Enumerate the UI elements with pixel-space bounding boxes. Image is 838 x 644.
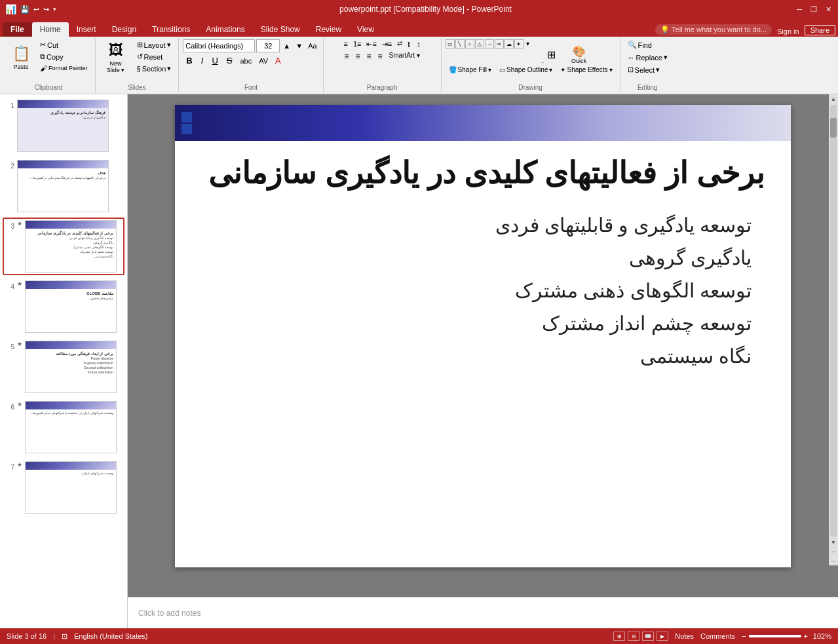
notes-placeholder[interactable]: Click to add notes xyxy=(138,609,200,618)
section-button[interactable]: §Section ▾ xyxy=(134,63,175,74)
slide-canvas[interactable]: برخی از فعالیتهای کلیدی در یادگیری سازما… xyxy=(175,105,791,567)
paste-button[interactable]: 📋 Paste xyxy=(7,39,35,76)
bold-button[interactable]: B xyxy=(183,54,195,67)
tab-design[interactable]: Design xyxy=(104,22,144,37)
select-button[interactable]: ⊡Select ▾ xyxy=(624,64,664,75)
bullet-list-button[interactable]: ≡ xyxy=(341,39,349,49)
restore-button[interactable]: ❐ xyxy=(809,5,818,14)
text-direction-button[interactable]: ⇌ xyxy=(395,39,404,49)
tab-animations[interactable]: Animations xyxy=(198,22,252,37)
decrease-indent-button[interactable]: ⇤≡ xyxy=(364,39,378,49)
notes-btn[interactable]: Notes xyxy=(675,632,694,640)
tab-file[interactable]: File xyxy=(3,22,32,37)
font-size-down[interactable]: ▼ xyxy=(294,41,305,50)
scroll-thumb[interactable] xyxy=(830,118,837,138)
tab-review[interactable]: Review xyxy=(308,22,349,37)
shape-6[interactable]: ⇒ xyxy=(495,39,504,48)
shape-fill-button[interactable]: 🪣Shape Fill ▾ xyxy=(446,65,495,75)
shape-effects-button[interactable]: ✦Shape Effects ▾ xyxy=(557,65,615,75)
shapes-more[interactable]: ▾ xyxy=(524,39,531,63)
quick-access-save[interactable]: 💾 xyxy=(20,5,29,14)
scroll-up-arrow[interactable]: ▲ xyxy=(829,94,838,104)
zoom-level[interactable]: 102% xyxy=(810,632,831,640)
share-button[interactable]: Share xyxy=(805,25,835,35)
zoom-in-button[interactable]: + xyxy=(804,632,808,640)
shape-2[interactable]: ╲ xyxy=(455,39,465,48)
slide-thumb-7[interactable]: 7 ★ وضعیت شرکتهای ایران... xyxy=(3,459,124,516)
shape-8[interactable]: ✦ xyxy=(514,39,524,48)
shape-5[interactable]: → xyxy=(485,39,494,48)
signin-button[interactable]: Sign in xyxy=(777,28,799,35)
reading-view-button[interactable]: 📖 xyxy=(642,632,654,641)
shape-outline-button[interactable]: ▭Shape Outline ▾ xyxy=(496,65,556,75)
layout-button[interactable]: ⊞Layout ▾ xyxy=(134,39,175,50)
smartart-button[interactable]: SmartArt ▾ xyxy=(387,51,423,62)
bullet-2[interactable]: یادگیری گروهی xyxy=(214,244,752,272)
slide-thumb-3[interactable]: 3 ★ برخی از فعالیتهای کلیدی در یادگیری س… xyxy=(3,218,124,275)
font-color-button[interactable]: A xyxy=(273,55,284,66)
reset-button[interactable]: ↺Reset xyxy=(134,51,175,62)
slideshow-view-button[interactable]: ▶ xyxy=(657,632,668,641)
quick-access-redo[interactable]: ↪ xyxy=(43,5,49,14)
language-label[interactable]: English (United States) xyxy=(74,632,148,640)
scroll-line-up[interactable]: ─ xyxy=(830,547,837,556)
copy-button[interactable]: ⧉Copy xyxy=(37,51,91,62)
shape-4[interactable]: △ xyxy=(475,39,484,48)
numbered-list-button[interactable]: 1≡ xyxy=(351,39,364,49)
align-left-button[interactable]: ≡ xyxy=(341,51,351,62)
line-spacing-button[interactable]: ↕ xyxy=(415,39,423,49)
align-right-button[interactable]: ≡ xyxy=(364,51,373,62)
shape-7[interactable]: ☁ xyxy=(505,39,514,48)
canvas-scrollbar[interactable]: ▲ ▼ ─ ─ xyxy=(829,94,838,565)
arrange-button[interactable]: ⊞ Arrange xyxy=(539,39,565,63)
justify-button[interactable]: ≡ xyxy=(375,51,385,62)
column-button[interactable]: ⫿ xyxy=(406,39,413,49)
close-button[interactable]: ✕ xyxy=(824,5,833,14)
quick-access-undo[interactable]: ↩ xyxy=(33,5,39,14)
underline-button[interactable]: U xyxy=(208,54,221,67)
quick-styles-button[interactable]: 🎨 QuickStyles ▾ xyxy=(566,39,592,63)
bullet-4[interactable]: توسعه چشم انداز مشترک xyxy=(214,310,752,337)
format-painter-button[interactable]: 🖌Format Painter xyxy=(37,63,91,73)
font-size-input[interactable] xyxy=(256,39,280,52)
font-name-input[interactable] xyxy=(183,39,255,52)
tab-slideshow[interactable]: Slide Show xyxy=(253,22,308,37)
strikethrough-button[interactable]: S xyxy=(223,54,236,67)
zoom-out-button[interactable]: − xyxy=(742,632,746,640)
bullet-5[interactable]: نگاه سیستمی xyxy=(214,343,752,370)
scroll-line-down[interactable]: ─ xyxy=(830,556,837,565)
text-shadow-button[interactable]: abc xyxy=(237,56,254,66)
slide-panel[interactable]: 1 فرهنگ سازمانی و توسعه یادگیری چالشها و… xyxy=(0,94,128,628)
tab-home[interactable]: Home xyxy=(32,22,69,37)
shape-1[interactable]: ▭ xyxy=(446,39,455,48)
cut-button[interactable]: ✂Cut xyxy=(37,39,91,50)
normal-view-button[interactable]: ⊞ xyxy=(613,632,625,641)
new-slide-button[interactable]: 🖼 NewSlide ▾ xyxy=(100,39,132,76)
scroll-down-arrow[interactable]: ▼ xyxy=(829,538,838,547)
slide-thumb-6[interactable]: 6 ★ وضعیت شرکتهای ایران در مقایسه با شرک… xyxy=(3,398,124,456)
notes-area[interactable]: Click to add notes xyxy=(128,597,838,628)
tell-me-input[interactable]: 💡 Tell me what you want to do... xyxy=(655,24,772,35)
increase-indent-button[interactable]: ⇥≡ xyxy=(380,39,394,49)
replace-button[interactable]: ↔Replace ▾ xyxy=(624,52,671,63)
slide-thumb-2[interactable]: 2 هدف برخی از یافتههای توسعه در فرهنگ سا… xyxy=(3,157,124,215)
slide-title[interactable]: برخی از فعالیتهای کلیدی در یادگیری سازما… xyxy=(175,141,791,200)
slide-thumb-1[interactable]: 1 فرهنگ سازمانی و توسعه یادگیری چالشها و… xyxy=(3,97,124,155)
tab-insert[interactable]: Insert xyxy=(69,22,104,37)
bullet-3[interactable]: توسعه الگوهای ذهنی مشترک xyxy=(214,277,752,305)
bullet-1[interactable]: توسعه یادگیری و قابلیتهای فردی xyxy=(214,212,752,239)
slide-sorter-button[interactable]: ⊟ xyxy=(628,632,639,641)
char-spacing-button[interactable]: AV xyxy=(256,56,271,66)
tab-view[interactable]: View xyxy=(349,22,382,37)
slide-thumb-5[interactable]: 5 ★ برخی از ابعاد فرهنگی مورد مطالعه Pow… xyxy=(3,338,124,396)
align-center-button[interactable]: ≡ xyxy=(352,51,362,62)
slide-thumb-4[interactable]: 4 ★ مقایسه GLOBE متغیرهای تحقیق... xyxy=(3,278,124,335)
italic-button[interactable]: I xyxy=(198,54,207,67)
find-button[interactable]: 🔍Find xyxy=(624,39,655,50)
comments-btn[interactable]: Comments xyxy=(700,632,735,640)
shape-3[interactable]: ○ xyxy=(465,39,474,48)
minimize-button[interactable]: ─ xyxy=(795,5,804,14)
zoom-slider[interactable] xyxy=(749,635,801,637)
clear-formatting[interactable]: Aa xyxy=(306,41,318,50)
tab-transitions[interactable]: Transitions xyxy=(144,22,198,37)
